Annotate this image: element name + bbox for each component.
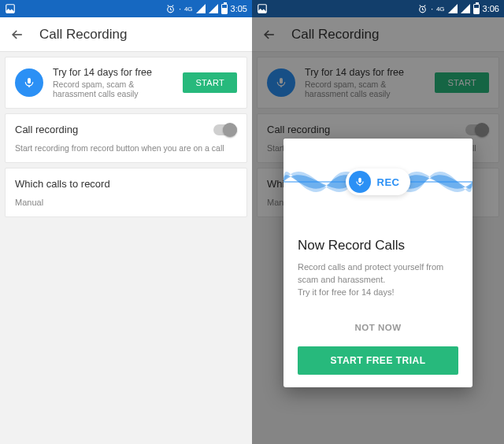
start-free-trial-button[interactable]: START FREE TRIAL [298, 346, 458, 375]
battery-icon [221, 4, 228, 14]
screen-right: · 4G 3:06 Call Recording Try for [252, 0, 504, 444]
mic-icon [349, 171, 371, 193]
back-icon[interactable] [9, 27, 25, 43]
clock-label: 3:05 [231, 4, 247, 13]
signal-icon-2 [461, 4, 470, 13]
signal-icon-2 [209, 4, 218, 13]
not-now-button[interactable]: NOT NOW [298, 316, 458, 339]
battery-icon [473, 4, 480, 14]
notification-image-icon [5, 3, 16, 14]
signal-icon [196, 4, 206, 13]
which-calls-setting[interactable]: Which calls to record Manual [5, 168, 247, 217]
dialog-title: Now Record Calls [298, 238, 458, 253]
setting-description: Start recording from record button when … [15, 143, 237, 153]
status-bar: · 4G 3:06 [252, 0, 504, 17]
clock-label: 3:06 [483, 4, 499, 13]
app-bar: Call Recording [0, 17, 252, 52]
trial-promo-card: Try for 14 days for free Record spam, sc… [5, 57, 247, 109]
promo-subtitle: Record spam, scam & harassment calls eas… [53, 80, 173, 98]
promo-title: Try for 14 days for free [53, 67, 173, 78]
dialog-hero: REC [284, 139, 472, 225]
alarm-icon [165, 4, 176, 14]
record-calls-dialog: REC Now Record Calls Record calls and pr… [284, 139, 472, 387]
rec-label: REC [377, 176, 400, 188]
dot-icon: · [179, 5, 181, 13]
dot-icon: · [431, 5, 433, 13]
call-recording-setting[interactable]: Call recording Start recording from reco… [5, 113, 247, 163]
dialog-description: Record calls and protect yourself from s… [298, 261, 458, 299]
notification-image-icon [257, 3, 268, 14]
page-title: Call Recording [39, 27, 128, 43]
network-label: 4G [184, 6, 193, 13]
status-bar: · 4G 3:05 [0, 0, 252, 17]
screen-left: · 4G 3:05 Call Recording Try for 14 days… [0, 0, 252, 444]
start-trial-button[interactable]: START [183, 72, 237, 93]
setting-value: Manual [15, 198, 237, 207]
network-label: 4G [436, 6, 445, 13]
setting-label: Which calls to record [15, 178, 237, 190]
rec-pill: REC [346, 168, 411, 195]
alarm-icon [417, 4, 428, 14]
mic-icon [15, 68, 43, 97]
setting-label: Call recording [15, 124, 78, 135]
signal-icon [448, 4, 458, 13]
recording-toggle[interactable] [213, 124, 237, 135]
